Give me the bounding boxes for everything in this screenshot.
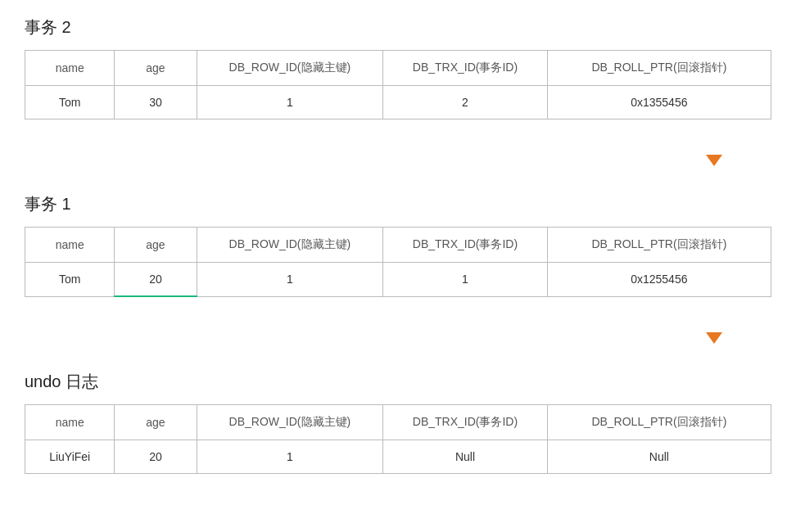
table-row: Tom 30 1 2 0x1355456 xyxy=(25,86,771,119)
arrow2-head xyxy=(706,332,722,344)
th-name-t2: name xyxy=(25,51,115,86)
table-transaction1: name age DB_ROW_ID(隐藏主键) DB_TRX_ID(事务ID)… xyxy=(25,227,771,297)
cell-trxid-t1-0: 1 xyxy=(383,263,547,297)
cell-age-undo-0: 20 xyxy=(115,440,197,474)
header-row-t2: name age DB_ROW_ID(隐藏主键) DB_TRX_ID(事务ID)… xyxy=(25,51,771,86)
section-transaction2: 事务 2 name age DB_ROW_ID(隐藏主键) DB_TRX_ID(… xyxy=(25,16,771,119)
section-undo: undo 日志 name age DB_ROW_ID(隐藏主键) DB_TRX_… xyxy=(25,371,771,474)
header-row-t1: name age DB_ROW_ID(隐藏主键) DB_TRX_ID(事务ID)… xyxy=(25,228,771,263)
section-transaction1: 事务 1 name age DB_ROW_ID(隐藏主键) DB_TRX_ID(… xyxy=(25,193,771,297)
th-rollptr-t2: DB_ROLL_PTR(回滚指针) xyxy=(547,51,771,86)
cell-rollptr-undo-0: Null xyxy=(547,440,771,474)
arrow2-container xyxy=(25,305,771,371)
arrow1-container xyxy=(25,128,771,193)
cell-trxid-t2-0: 2 xyxy=(383,86,547,119)
cell-name-t2-0: Tom xyxy=(25,86,115,119)
th-age-undo: age xyxy=(115,405,197,440)
cell-rollptr-t2-0: 0x1355456 xyxy=(547,86,771,119)
cell-trxid-undo-0: Null xyxy=(383,440,547,474)
cell-rowid-t1-0: 1 xyxy=(197,263,383,297)
th-name-t1: name xyxy=(25,228,115,263)
header-row-undo: name age DB_ROW_ID(隐藏主键) DB_TRX_ID(事务ID)… xyxy=(25,405,771,440)
th-rollptr-t1: DB_ROLL_PTR(回滚指针) xyxy=(547,228,771,263)
cell-name-undo-0: LiuYiFei xyxy=(25,440,115,474)
cell-rowid-t2-0: 1 xyxy=(197,86,383,119)
th-trxid-undo: DB_TRX_ID(事务ID) xyxy=(383,405,547,440)
cell-name-t1-0: Tom xyxy=(25,263,115,297)
table-transaction2: name age DB_ROW_ID(隐藏主键) DB_TRX_ID(事务ID)… xyxy=(25,50,771,119)
table-row: LiuYiFei 20 1 Null Null xyxy=(25,440,771,474)
th-trxid-t2: DB_TRX_ID(事务ID) xyxy=(383,51,547,86)
th-rowid-t2: DB_ROW_ID(隐藏主键) xyxy=(197,51,383,86)
th-rowid-undo: DB_ROW_ID(隐藏主键) xyxy=(197,405,383,440)
cell-rollptr-t1-0: 0x1255456 xyxy=(547,263,771,297)
cell-age-t1-0: 20 xyxy=(115,263,197,297)
title-transaction2: 事务 2 xyxy=(25,16,771,38)
title-transaction1: 事务 1 xyxy=(25,193,771,215)
arrow2-down xyxy=(706,332,722,344)
arrow1-head xyxy=(706,155,722,166)
th-rowid-t1: DB_ROW_ID(隐藏主键) xyxy=(197,228,383,263)
th-rollptr-undo: DB_ROLL_PTR(回滚指针) xyxy=(547,405,771,440)
th-trxid-t1: DB_TRX_ID(事务ID) xyxy=(383,228,547,263)
th-name-undo: name xyxy=(25,405,115,440)
arrow1-down xyxy=(706,155,722,166)
th-age-t1: age xyxy=(115,228,197,263)
title-undo: undo 日志 xyxy=(25,371,771,393)
cell-age-t2-0: 30 xyxy=(115,86,197,119)
cell-rowid-undo-0: 1 xyxy=(197,440,383,474)
th-age-t2: age xyxy=(115,51,197,86)
table-undo: name age DB_ROW_ID(隐藏主键) DB_TRX_ID(事务ID)… xyxy=(25,404,771,474)
table-row: Tom 20 1 1 0x1255456 xyxy=(25,263,771,297)
